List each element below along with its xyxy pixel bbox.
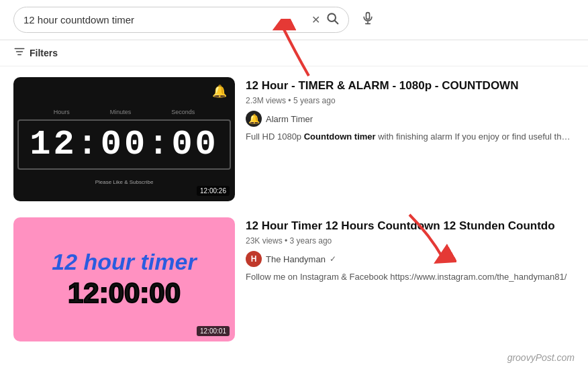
thumbnail-2[interactable]: 12 hour timer 12:00:00 12:00:01 [13,217,235,341]
search-container: ✕ [13,7,349,33]
channel-avatar-1: 🔔 [246,111,262,127]
subscribe-text: Please Like & Subscribe [95,179,154,185]
thumb-title-2: 12 hour timer [52,250,196,274]
filters-bar: Filters [0,40,588,66]
filters-icon [13,46,26,60]
video-result-1: Hours Minutes Seconds 12:00:00 🔔 Please … [13,77,575,201]
verified-icon: ✓ [330,254,336,264]
video-meta-2: 23K views • 3 years ago [246,236,575,246]
video-info-1: 12 Hour - TIMER & ALARM - 1080p - COUNTD… [246,77,575,201]
channel-row-1: 🔔 Alarm Timer [246,111,575,127]
video-info-2: 12 Hour Timer 12 Hours Countdown 12 Stun… [246,217,575,341]
video-title-2[interactable]: 12 Hour Timer 12 Hours Countdown 12 Stun… [246,219,575,233]
clear-icon[interactable]: ✕ [311,13,320,26]
header: ✕ [0,0,588,40]
video-meta-1: 2.3M views • 5 years ago [246,96,575,105]
channel-name-1[interactable]: Alarm Timer [266,114,313,124]
mic-button[interactable] [361,11,375,28]
filters-label[interactable]: Filters [30,48,58,58]
duration-badge-1: 12:00:26 [197,186,230,196]
svg-line-1 [335,21,338,24]
channel-avatar-2: H [246,251,262,267]
video-result-2: 12 hour timer 12:00:00 12:00:01 12 Hour … [13,217,575,341]
bell-icon: 🔔 [212,84,227,99]
thumbnail-1[interactable]: Hours Minutes Seconds 12:00:00 🔔 Please … [13,77,235,201]
video-description-2: Follow me on Instagram & Facebook https:… [246,271,575,283]
thumb-timer-2: 12:00:00 [68,277,181,309]
watermark: groovyPost.com [507,352,575,363]
results-container: Hours Minutes Seconds 12:00:00 🔔 Please … [0,66,588,368]
duration-badge-2: 12:00:01 [197,326,230,336]
svg-rect-2 [366,13,370,19]
timer-labels: Hours Minutes Seconds [54,109,195,115]
video-description-1: Full HD 1080p Countdown timer with finis… [246,131,575,143]
video-title-1[interactable]: 12 Hour - TIMER & ALARM - 1080p - COUNTD… [246,78,575,93]
channel-row-2: H The Handyman ✓ [246,251,575,267]
timer-display-1: 12:00:00 [17,119,231,170]
channel-name-2[interactable]: The Handyman [266,254,326,264]
search-input[interactable] [23,14,311,25]
search-button[interactable] [326,11,339,28]
